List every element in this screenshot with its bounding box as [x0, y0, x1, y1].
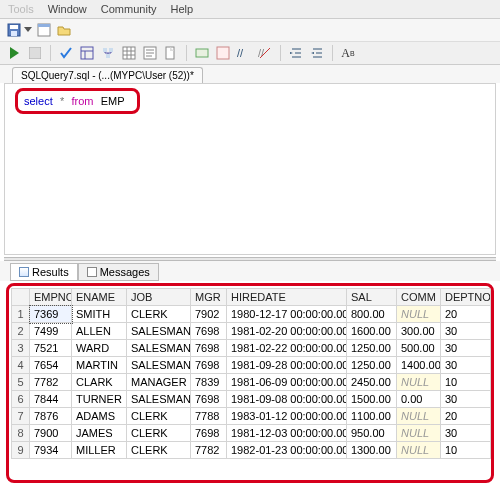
- table-row[interactable]: 67844TURNERSALESMAN76981981-09-08 00:00:…: [12, 391, 491, 408]
- col-header[interactable]: JOB: [127, 289, 191, 306]
- cell-empno[interactable]: 7521: [30, 340, 72, 357]
- plan-icon[interactable]: [100, 45, 116, 61]
- stop-button[interactable]: [27, 45, 43, 61]
- cell-job[interactable]: CLERK: [127, 306, 191, 323]
- font-icon[interactable]: AB: [340, 45, 356, 61]
- col-header[interactable]: EMPNO: [30, 289, 72, 306]
- table-row[interactable]: 57782CLARKMANAGER78391981-06-09 00:00:00…: [12, 374, 491, 391]
- cell-job[interactable]: SALESMAN: [127, 340, 191, 357]
- cell-mgr[interactable]: 7698: [191, 340, 227, 357]
- menu-item[interactable]: Community: [101, 3, 157, 15]
- menu-item[interactable]: Window: [48, 3, 87, 15]
- table-row[interactable]: 47654MARTINSALESMAN76981981-09-28 00:00:…: [12, 357, 491, 374]
- cell-deptno[interactable]: 30: [441, 340, 491, 357]
- cell-ename[interactable]: MILLER: [72, 442, 127, 459]
- cell-mgr[interactable]: 7788: [191, 408, 227, 425]
- table-row[interactable]: 97934MILLERCLERK77821982-01-23 00:00:00.…: [12, 442, 491, 459]
- cell-ename[interactable]: TURNER: [72, 391, 127, 408]
- table-row[interactable]: 87900JAMESCLERK76981981-12-03 00:00:00.0…: [12, 425, 491, 442]
- cell-sal[interactable]: 1500.00: [347, 391, 397, 408]
- tab-results[interactable]: Results: [10, 263, 78, 281]
- cell-sal[interactable]: 1600.00: [347, 323, 397, 340]
- row-number[interactable]: 3: [12, 340, 30, 357]
- cell-ename[interactable]: WARD: [72, 340, 127, 357]
- cell-empno[interactable]: 7934: [30, 442, 72, 459]
- indent-icon[interactable]: [288, 45, 304, 61]
- row-number[interactable]: 6: [12, 391, 30, 408]
- cell-hiredate[interactable]: 1981-02-20 00:00:00.000: [227, 323, 347, 340]
- cell-comm[interactable]: NULL: [397, 374, 441, 391]
- uncomment-icon[interactable]: //: [257, 45, 273, 61]
- cell-hiredate[interactable]: 1981-09-08 00:00:00.000: [227, 391, 347, 408]
- col-header[interactable]: HIREDATE: [227, 289, 347, 306]
- dropdown-icon[interactable]: [24, 27, 32, 33]
- parse-icon[interactable]: [58, 45, 74, 61]
- cell-deptno[interactable]: 20: [441, 306, 491, 323]
- sql-editor[interactable]: select * from EMP: [4, 83, 496, 255]
- outline-icon[interactable]: [79, 45, 95, 61]
- cell-sal[interactable]: 1300.00: [347, 442, 397, 459]
- table-row[interactable]: 37521WARDSALESMAN76981981-02-22 00:00:00…: [12, 340, 491, 357]
- results-grid[interactable]: EMPNO ENAME JOB MGR HIREDATE SAL COMM DE…: [11, 288, 491, 459]
- table-row[interactable]: 17369SMITHCLERK79021980-12-17 00:00:00.0…: [12, 306, 491, 323]
- cell-ename[interactable]: ADAMS: [72, 408, 127, 425]
- cell-comm[interactable]: NULL: [397, 306, 441, 323]
- row-number[interactable]: 5: [12, 374, 30, 391]
- cell-ename[interactable]: SMITH: [72, 306, 127, 323]
- results-grid-icon[interactable]: [121, 45, 137, 61]
- col-header[interactable]: COMM: [397, 289, 441, 306]
- save-icon[interactable]: [6, 22, 22, 38]
- cell-sal[interactable]: 2450.00: [347, 374, 397, 391]
- col-header[interactable]: MGR: [191, 289, 227, 306]
- cell-hiredate[interactable]: 1981-12-03 00:00:00.000: [227, 425, 347, 442]
- cell-comm[interactable]: NULL: [397, 442, 441, 459]
- results-text-icon[interactable]: [142, 45, 158, 61]
- cell-job[interactable]: SALESMAN: [127, 323, 191, 340]
- cell-hiredate[interactable]: 1983-01-12 00:00:00.000: [227, 408, 347, 425]
- cell-hiredate[interactable]: 1981-06-09 00:00:00.000: [227, 374, 347, 391]
- col-header[interactable]: DEPTNO: [441, 289, 491, 306]
- results-file-icon[interactable]: [163, 45, 179, 61]
- cell-hiredate[interactable]: 1980-12-17 00:00:00.000: [227, 306, 347, 323]
- toggle2-icon[interactable]: [215, 45, 231, 61]
- comment-icon[interactable]: //: [236, 45, 252, 61]
- row-number[interactable]: 8: [12, 425, 30, 442]
- query-tab[interactable]: SQLQuery7.sql - (...(MYPC\User (52))*: [12, 67, 203, 83]
- cell-mgr[interactable]: 7698: [191, 323, 227, 340]
- toggle-icon[interactable]: [194, 45, 210, 61]
- cell-deptno[interactable]: 30: [441, 357, 491, 374]
- cell-job[interactable]: MANAGER: [127, 374, 191, 391]
- cell-empno[interactable]: 7654: [30, 357, 72, 374]
- cell-hiredate[interactable]: 1982-01-23 00:00:00.000: [227, 442, 347, 459]
- cell-comm[interactable]: 500.00: [397, 340, 441, 357]
- cell-sal[interactable]: 1250.00: [347, 357, 397, 374]
- cell-comm[interactable]: 0.00: [397, 391, 441, 408]
- cell-hiredate[interactable]: 1981-02-22 00:00:00.000: [227, 340, 347, 357]
- cell-ename[interactable]: ALLEN: [72, 323, 127, 340]
- table-row[interactable]: 27499ALLENSALESMAN76981981-02-20 00:00:0…: [12, 323, 491, 340]
- row-number[interactable]: 4: [12, 357, 30, 374]
- row-number[interactable]: 2: [12, 323, 30, 340]
- cell-sal[interactable]: 800.00: [347, 306, 397, 323]
- cell-ename[interactable]: JAMES: [72, 425, 127, 442]
- cell-mgr[interactable]: 7902: [191, 306, 227, 323]
- row-number[interactable]: 7: [12, 408, 30, 425]
- tab-messages[interactable]: Messages: [78, 263, 159, 281]
- execute-button[interactable]: [6, 45, 22, 61]
- menu-item[interactable]: Tools: [8, 3, 34, 15]
- open-icon[interactable]: [56, 22, 72, 38]
- cell-empno[interactable]: 7844: [30, 391, 72, 408]
- cell-job[interactable]: CLERK: [127, 442, 191, 459]
- cell-empno[interactable]: 7900: [30, 425, 72, 442]
- cell-job[interactable]: SALESMAN: [127, 357, 191, 374]
- outdent-icon[interactable]: [309, 45, 325, 61]
- cell-empno[interactable]: 7369: [30, 306, 72, 323]
- cell-mgr[interactable]: 7698: [191, 357, 227, 374]
- cell-sal[interactable]: 1250.00: [347, 340, 397, 357]
- cell-job[interactable]: CLERK: [127, 408, 191, 425]
- table-row[interactable]: 77876ADAMSCLERK77881983-01-12 00:00:00.0…: [12, 408, 491, 425]
- cell-deptno[interactable]: 30: [441, 391, 491, 408]
- cell-deptno[interactable]: 30: [441, 425, 491, 442]
- menu-item[interactable]: Help: [170, 3, 193, 15]
- window-icon[interactable]: [36, 22, 52, 38]
